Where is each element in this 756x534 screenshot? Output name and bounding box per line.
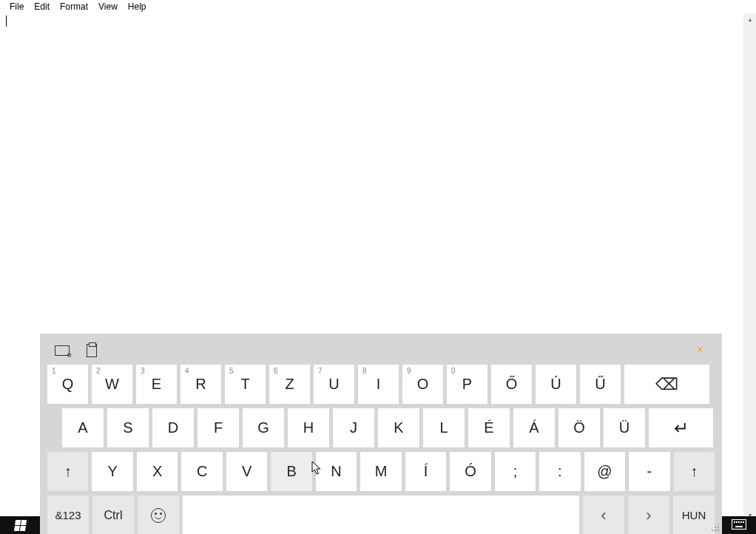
key-o-diaeresis[interactable]: Ö: [558, 408, 600, 447]
svg-rect-6: [735, 526, 743, 527]
key-label: U: [328, 376, 339, 393]
key-superscript: 1: [52, 367, 56, 375]
key-label: I: [377, 376, 381, 393]
key-z[interactable]: 6Z: [269, 365, 310, 404]
svg-rect-1: [734, 521, 735, 523]
key-j[interactable]: J: [333, 408, 374, 447]
key-row-2: A S D F G H J K L É Á Ö Ü: [62, 408, 715, 447]
key-label: W: [105, 376, 119, 393]
key-label: HUN: [682, 509, 706, 521]
key-u-acute[interactable]: Ú: [536, 365, 576, 404]
menu-edit[interactable]: Edit: [29, 0, 55, 13]
key-label: Ű: [595, 376, 605, 393]
shift-icon: [64, 463, 72, 480]
key-arrow-right[interactable]: ›: [628, 496, 669, 534]
key-label: C: [197, 463, 207, 480]
key-v[interactable]: V: [226, 452, 267, 491]
key-symbols[interactable]: &123: [47, 496, 89, 534]
key-label: H: [303, 419, 314, 436]
key-i[interactable]: 8I: [358, 365, 399, 404]
key-u[interactable]: 7U: [314, 365, 354, 404]
chevron-right-icon: ›: [646, 506, 651, 525]
key-superscript: 3: [141, 367, 145, 375]
key-semicolon[interactable]: ;: [495, 452, 536, 491]
menu-help[interactable]: Help: [123, 0, 152, 13]
key-c[interactable]: C: [181, 452, 222, 491]
resize-grip-icon[interactable]: [709, 524, 720, 532]
key-superscript: 5: [229, 367, 234, 375]
key-x[interactable]: X: [137, 452, 178, 491]
key-e-acute[interactable]: É: [468, 408, 510, 447]
key-shift-right[interactable]: [674, 452, 715, 491]
vertical-scrollbar[interactable]: ▴ ▾: [743, 13, 756, 521]
key-label: O: [417, 376, 429, 393]
key-enter[interactable]: [649, 408, 713, 447]
keyboard-settings-icon: [55, 345, 70, 356]
key-ctrl[interactable]: Ctrl: [92, 496, 134, 534]
key-label: R: [195, 376, 206, 393]
key-p[interactable]: 0P: [447, 365, 487, 404]
key-q[interactable]: 1Q: [47, 365, 88, 404]
key-e[interactable]: 3E: [136, 365, 177, 404]
scroll-up-arrow-icon[interactable]: ▴: [743, 13, 756, 26]
key-superscript: 8: [362, 367, 367, 375]
key-label: Ü: [619, 419, 630, 436]
key-u-doubleacute[interactable]: Ű: [580, 365, 621, 404]
key-shift-left[interactable]: [47, 452, 88, 491]
key-d[interactable]: D: [152, 408, 194, 447]
key-row-1: 1Q 2W 3E 4R 5T 6Z 7U 8I 9O 0P Ő Ú Ű: [47, 365, 715, 404]
key-label: G: [257, 419, 269, 436]
key-l[interactable]: L: [423, 408, 465, 447]
key-t[interactable]: 5T: [225, 365, 266, 404]
key-colon[interactable]: :: [539, 452, 580, 491]
key-language[interactable]: HUN: [673, 496, 715, 534]
backspace-icon: [655, 375, 678, 394]
key-a[interactable]: A: [62, 408, 104, 447]
key-s[interactable]: S: [107, 408, 149, 447]
key-at[interactable]: @: [584, 452, 625, 491]
key-k[interactable]: K: [378, 408, 419, 447]
key-h[interactable]: H: [288, 408, 329, 447]
key-label: M: [375, 463, 388, 480]
key-backspace[interactable]: [624, 365, 709, 404]
chevron-left-icon: ‹: [601, 506, 606, 525]
key-label: K: [394, 419, 403, 436]
key-label: L: [439, 419, 448, 436]
key-o-doubleacute[interactable]: Ő: [491, 365, 532, 404]
taskbar-start[interactable]: [0, 516, 40, 534]
key-a-acute[interactable]: Á: [513, 408, 555, 447]
menu-view[interactable]: View: [93, 0, 123, 13]
key-g[interactable]: G: [243, 408, 284, 447]
key-label: É: [484, 419, 493, 436]
key-m[interactable]: M: [360, 452, 401, 491]
key-superscript: 0: [451, 367, 456, 375]
key-b[interactable]: B: [271, 452, 311, 491]
key-n[interactable]: N: [316, 452, 357, 491]
key-u-diaeresis[interactable]: Ü: [604, 408, 645, 447]
key-o-acute[interactable]: Ó: [450, 452, 490, 491]
key-o[interactable]: 9O: [402, 365, 443, 404]
key-label: Ó: [465, 463, 476, 480]
menu-file[interactable]: File: [4, 0, 29, 13]
svg-rect-4: [740, 521, 742, 523]
key-emoji[interactable]: [138, 496, 179, 534]
key-label: D: [168, 419, 178, 436]
key-f[interactable]: F: [198, 408, 239, 447]
key-r[interactable]: 4R: [180, 365, 221, 404]
key-y[interactable]: Y: [92, 452, 132, 491]
menu-format[interactable]: Format: [55, 0, 93, 13]
key-label: F: [214, 419, 223, 436]
key-label: -: [647, 463, 652, 480]
close-keyboard-button[interactable]: ×: [692, 342, 707, 357]
paste-button[interactable]: [83, 342, 101, 359]
key-arrow-left[interactable]: ‹: [583, 496, 624, 534]
key-label: @: [597, 463, 612, 480]
key-hyphen[interactable]: -: [629, 452, 669, 491]
key-i-acute[interactable]: Í: [405, 452, 446, 491]
key-label: Ő: [506, 376, 518, 393]
key-space[interactable]: [183, 496, 579, 534]
taskbar-tray-button[interactable]: [722, 516, 756, 534]
key-w[interactable]: 2W: [92, 365, 132, 404]
on-screen-keyboard: × 1Q 2W 3E 4R 5T 6Z 7U 8I 9O 0P Ő Ú Ű: [40, 334, 722, 534]
keyboard-settings-button[interactable]: [53, 342, 71, 359]
